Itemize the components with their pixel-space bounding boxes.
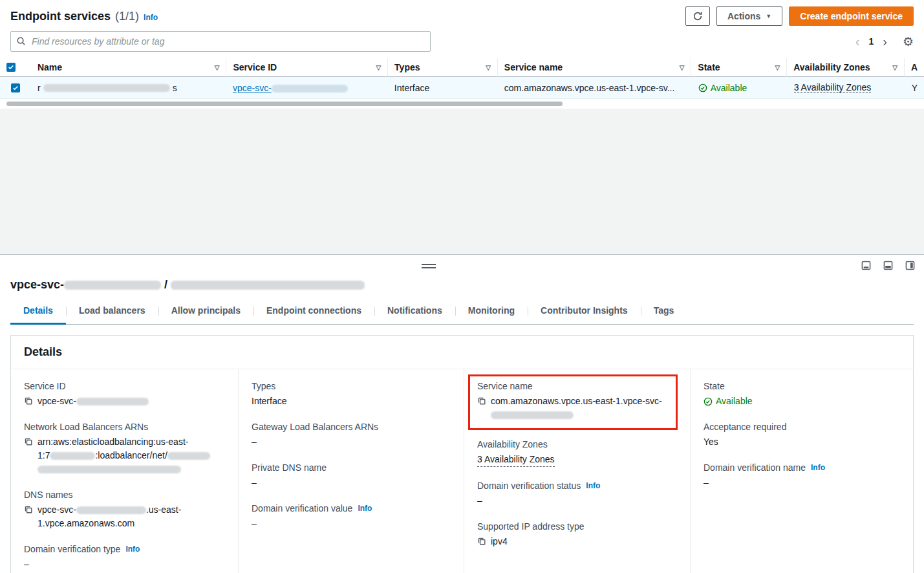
domain-verification-value-label: Domain verification value Info [252, 503, 451, 514]
supported-ip-type-label: Supported IP address type [477, 521, 677, 532]
domain-verification-status-label: Domain verification status Info [477, 481, 677, 491]
next-page-icon[interactable]: › [883, 35, 887, 48]
info-link[interactable]: Info [811, 463, 825, 472]
actions-button-label: Actions [727, 11, 760, 21]
table-header-row: Name▽ Service ID▽ Types▽ Service name▽ S… [0, 58, 924, 77]
domain-verification-status-value: – [477, 494, 677, 508]
split-panel-header [0, 255, 924, 278]
details-card: Details Service ID vpce-svc- Network Loa… [10, 335, 914, 573]
details-column-1: Service ID vpce-svc- Network Load Balanc… [11, 369, 238, 573]
horizontal-scrollbar[interactable] [6, 102, 563, 106]
tab-tags[interactable]: Tags [641, 298, 687, 324]
empty-area [0, 109, 924, 254]
tab-monitoring[interactable]: Monitoring [455, 298, 528, 324]
table-toolbar: ‹ 1 › ⚙ [0, 30, 924, 58]
current-page[interactable]: 1 [868, 36, 874, 47]
redacted-name [43, 84, 170, 92]
actions-button[interactable]: Actions ▼ [716, 6, 782, 26]
tab-allow-principals[interactable]: Allow principals [158, 298, 253, 324]
domain-verification-name-value: – [704, 476, 900, 490]
endpoint-services-list-panel: Endpoint services (1/1) Info Actions ▼ C… [0, 0, 924, 109]
redacted-title-id [64, 281, 161, 290]
pagination: ‹ 1 › ⚙ [855, 35, 914, 48]
types-label: Types [252, 381, 451, 391]
sort-icon: ▽ [376, 64, 381, 71]
detail-tabs: Details Load balancers Allow principals … [10, 298, 914, 325]
domain-verification-type-label: Domain verification type Info [24, 544, 225, 554]
column-header-availability-zones[interactable]: Availability Zones▽ [786, 58, 904, 77]
service-id-value: vpce-svc- [24, 395, 225, 408]
copy-icon[interactable] [24, 396, 33, 405]
settings-gear-icon[interactable]: ⚙ [903, 36, 914, 48]
create-endpoint-service-label: Create endpoint service [800, 11, 903, 21]
chevron-down-icon: ▼ [766, 13, 771, 19]
row-availability-zones[interactable]: 3 Availability Zones [788, 77, 905, 98]
refresh-button[interactable] [685, 6, 710, 26]
service-name-value: com.amazonaws.vpce.us-east-1.vpce-svc- [477, 395, 669, 422]
copy-icon[interactable] [477, 537, 486, 546]
copy-icon[interactable] [24, 505, 33, 514]
info-link[interactable]: Info [586, 481, 600, 490]
row-name: r s [31, 77, 226, 98]
create-endpoint-service-button[interactable]: Create endpoint service [789, 6, 914, 26]
column-header-service-name[interactable]: Service name▽ [497, 58, 691, 77]
availability-zones-value[interactable]: 3 Availability Zones [477, 453, 677, 467]
split-panel-title: vpce-svc- / [0, 278, 924, 298]
details-column-4: State Available Acceptance required Yes [690, 369, 913, 573]
tab-details[interactable]: Details [10, 298, 66, 324]
details-column-3: Service name com.amazonaws.vpce.us-east-… [464, 369, 690, 573]
redacted-arn-tail [38, 466, 181, 473]
row-acceptance: Y [905, 77, 924, 98]
check-circle-icon [698, 83, 707, 92]
state-value: Available [704, 395, 900, 408]
column-header-acceptance[interactable]: A [904, 58, 924, 77]
row-service-name: com.amazonaws.vpce.us-east-1.vpce-sv... [498, 77, 692, 98]
dns-names-label: DNS names [24, 490, 225, 500]
service-name-highlight-box: Service name com.amazonaws.vpce.us-east-… [468, 374, 678, 430]
copy-icon[interactable] [477, 396, 486, 405]
column-header-state[interactable]: State▽ [691, 58, 786, 77]
search-input[interactable] [10, 31, 431, 52]
acceptance-required-label: Acceptance required [704, 422, 900, 432]
page-info-link[interactable]: Info [144, 13, 158, 22]
domain-verification-type-value: – [24, 557, 225, 571]
table-row[interactable]: r s vpce-svc- Interface com.amazonaws.vp… [0, 77, 924, 99]
redacted-account-id [50, 452, 95, 460]
select-all-checkbox[interactable] [6, 63, 16, 72]
redacted-service-id [272, 85, 348, 92]
service-name-label: Service name [477, 381, 669, 391]
sort-icon: ▽ [486, 64, 491, 71]
copy-icon[interactable] [24, 437, 33, 446]
redacted-service-name-tail [491, 411, 574, 419]
row-service-id-link[interactable]: vpce-svc- [226, 77, 388, 98]
endpoint-services-table: Name▽ Service ID▽ Types▽ Service name▽ S… [0, 58, 924, 106]
tab-notifications[interactable]: Notifications [374, 298, 455, 324]
tab-contributor-insights[interactable]: Contributor Insights [528, 298, 641, 324]
glb-arns-value: – [252, 435, 451, 449]
column-header-types[interactable]: Types▽ [387, 58, 497, 77]
details-column-2: Types Interface Gateway Load Balancers A… [238, 369, 464, 573]
info-link[interactable]: Info [125, 545, 140, 554]
nlb-arns-value: arn:aws:elasticloadbalancing:us-east- 1:… [24, 435, 225, 476]
panel-position-side-icon[interactable] [905, 261, 915, 270]
panel-position-bottom-icon[interactable] [861, 261, 871, 270]
tab-endpoint-connections[interactable]: Endpoint connections [253, 298, 374, 324]
previous-page-icon[interactable]: ‹ [855, 35, 860, 48]
row-checkbox[interactable] [11, 83, 20, 92]
check-circle-icon [704, 397, 713, 406]
panel-position-split-icon[interactable] [883, 261, 893, 270]
supported-ip-type-value: ipv4 [477, 535, 677, 548]
column-header-service-id[interactable]: Service ID▽ [226, 58, 387, 77]
redacted-lb-name [167, 452, 210, 460]
sort-icon: ▽ [680, 64, 685, 71]
tab-load-balancers[interactable]: Load balancers [66, 298, 158, 324]
split-panel-resize-handle[interactable] [422, 264, 436, 268]
search-icon [16, 36, 26, 46]
info-link[interactable]: Info [358, 504, 372, 513]
private-dns-name-value: – [252, 476, 451, 490]
state-label: State [704, 381, 900, 391]
refresh-icon [693, 11, 703, 21]
column-header-name[interactable]: Name▽ [31, 58, 226, 77]
service-id-label: Service ID [24, 381, 225, 391]
row-types: Interface [388, 77, 498, 98]
